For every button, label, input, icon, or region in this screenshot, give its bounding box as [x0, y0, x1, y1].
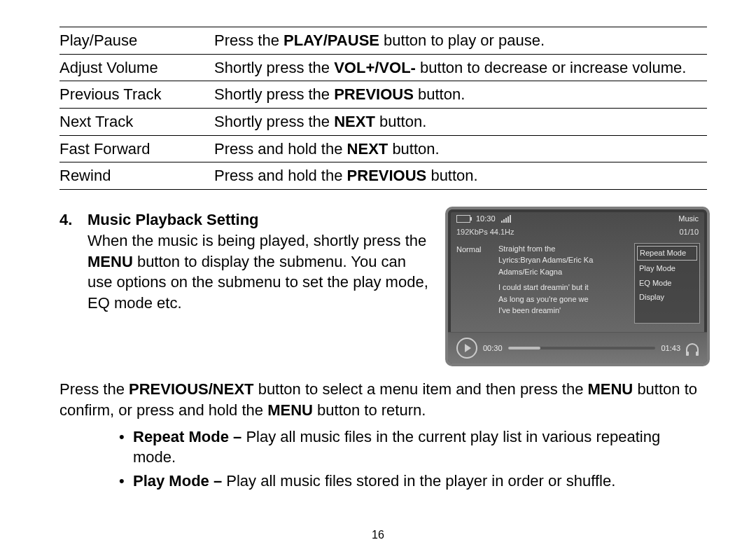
player-submenu: Repeat Mode Play Mode EQ Mode Display — [634, 243, 700, 324]
desc-cell: Shortly press the PREVIOUS button. — [214, 81, 707, 109]
player-lyrics-line: I've been dreamin' — [498, 305, 634, 317]
section-body: When the music is being played, shortly … — [59, 230, 433, 314]
progress-bar — [508, 347, 656, 349]
submenu-item-repeat: Repeat Mode — [637, 246, 697, 261]
submenu-item-display: Display — [635, 290, 699, 305]
desc-cell: Press and hold the NEXT button. — [214, 135, 707, 162]
player-song-title: Straight from the — [498, 243, 634, 255]
player-clock: 10:30 — [476, 214, 496, 224]
paragraph-nav-instructions: Press the PREVIOUS/NEXT button to select… — [59, 379, 707, 420]
action-cell: Rewind — [59, 162, 214, 190]
battery-icon — [456, 215, 470, 223]
bullet-item: • Repeat Mode – Play all music files in … — [119, 427, 707, 468]
table-row: Adjust Volume Shortly press the VOL+/VOL… — [59, 54, 707, 81]
headphone-icon — [686, 343, 699, 353]
table-row: Rewind Press and hold the PREVIOUS butto… — [59, 162, 707, 190]
action-cell: Next Track — [59, 109, 214, 136]
player-track-index: 01/10 — [679, 227, 699, 237]
player-lyrics-line: Lyrics:Bryan Adams/Eric Ka — [498, 254, 634, 266]
player-lyrics-line: I could start dreamin' but it — [498, 282, 634, 293]
table-row: Previous Track Shortly press the PREVIOU… — [59, 81, 707, 109]
bullet-icon: • — [119, 471, 133, 492]
signal-icon — [501, 216, 511, 223]
controls-table: Play/Pause Press the PLAY/PAUSE button t… — [59, 27, 707, 190]
page-number: 16 — [0, 529, 756, 541]
section-heading: 4.Music Playback Setting — [59, 209, 433, 230]
desc-cell: Press the PLAY/PAUSE button to play or p… — [214, 27, 707, 55]
desc-cell: Press and hold the PREVIOUS button. — [214, 162, 707, 190]
player-lyrics-line: Adams/Eric Kagna — [498, 266, 634, 278]
player-bitrate: 192KbPs 44.1Hz — [456, 227, 514, 237]
table-row: Next Track Shortly press the NEXT button… — [59, 109, 707, 136]
player-eq-label: Normal — [456, 243, 498, 324]
submenu-item-play: Play Mode — [635, 261, 699, 276]
action-cell: Adjust Volume — [59, 54, 214, 81]
bullet-item: • Play Mode – Play all music files store… — [119, 471, 707, 492]
table-row: Fast Forward Press and hold the NEXT but… — [59, 135, 707, 162]
desc-cell: Shortly press the VOL+/VOL- button to de… — [214, 54, 707, 81]
player-elapsed: 00:30 — [483, 343, 503, 354]
action-cell: Play/Pause — [59, 27, 214, 55]
submenu-item-eq: EQ Mode — [635, 276, 699, 291]
player-mode-title: Music — [678, 214, 699, 224]
player-total: 01:43 — [661, 343, 680, 354]
action-cell: Previous Track — [59, 81, 214, 109]
action-cell: Fast Forward — [59, 135, 214, 162]
player-lyrics-line: As long as you're gone we — [498, 293, 634, 305]
play-icon — [456, 338, 477, 359]
player-screenshot: 10:30 Music 192KbPs 44.1Hz 01/10 Normal … — [448, 209, 707, 363]
table-row: Play/Pause Press the PLAY/PAUSE button t… — [59, 27, 707, 55]
bullet-icon: • — [119, 427, 133, 468]
desc-cell: Shortly press the NEXT button. — [214, 109, 707, 136]
